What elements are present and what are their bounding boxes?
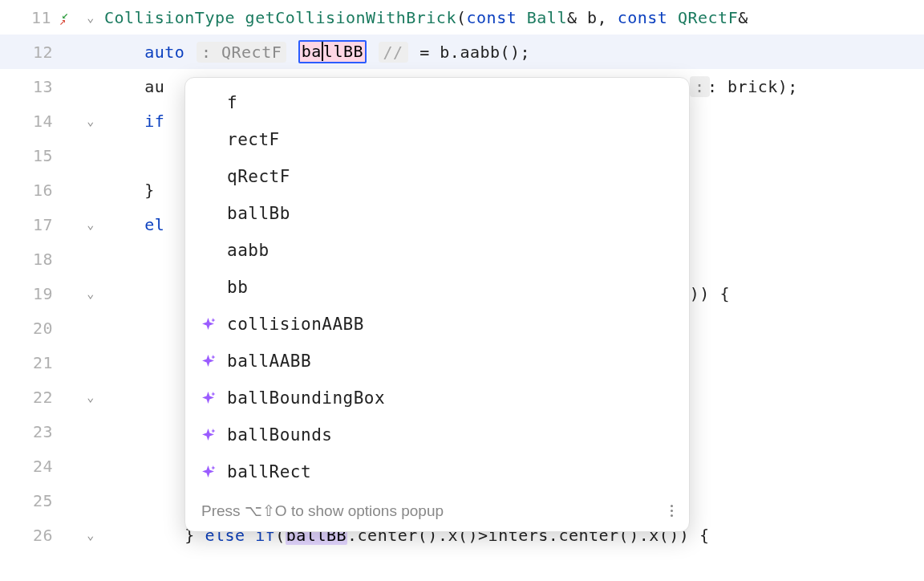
autocomplete-item-label: qRectF <box>227 167 675 186</box>
line-number: 22 <box>21 388 53 407</box>
code-line-current[interactable]: 12 ⌄ auto : QRectF ballBB // = b.aabb(); <box>0 35 924 69</box>
comma: , <box>598 8 618 27</box>
line-number: 13 <box>21 77 53 96</box>
rename-selection[interactable]: ballBB <box>298 40 367 64</box>
autocomplete-item-label: ballBoundingBox <box>227 388 675 408</box>
line-number: 17 <box>21 215 53 234</box>
autocomplete-item[interactable]: f <box>185 84 689 121</box>
more-options-icon[interactable] <box>667 502 676 520</box>
gutter: 17 ⌄ <box>0 215 104 234</box>
code-editor[interactable]: 11 ↙↗ ⌄ CollisionType getCollisionWithBr… <box>0 0 924 581</box>
autocomplete-item-label: ballRect <box>227 462 675 481</box>
ampersand: & <box>738 8 748 27</box>
autocomplete-popup[interactable]: frectFqRectFballBbaabbbbcollisionAABBbal… <box>184 77 690 532</box>
autocomplete-item[interactable]: ballRect <box>185 453 689 490</box>
line-number: 14 <box>21 112 53 131</box>
gutter: 14 ⌄ <box>0 112 104 131</box>
fold-toggle-icon[interactable]: ⌄ <box>83 528 98 542</box>
gutter: 11 ↙↗ ⌄ <box>0 8 104 27</box>
fold-toggle-icon[interactable]: ⌄ <box>83 217 98 232</box>
line-number: 16 <box>21 181 53 200</box>
inlay-hint-trailing: // <box>379 42 408 63</box>
autocomplete-item[interactable]: ballAABB <box>185 343 689 380</box>
autocomplete-item-label: aabb <box>227 241 675 260</box>
code-fragment: au <box>144 77 164 96</box>
text-caret <box>322 42 323 61</box>
line-number: 23 <box>21 422 53 441</box>
autocomplete-item-label: bb <box>227 278 675 297</box>
autocomplete-item[interactable]: collisionAABB <box>185 306 689 343</box>
gutter: 15 ⌄ <box>0 146 104 165</box>
gutter: 19 ⌄ <box>0 284 104 303</box>
ampersand: & <box>567 8 578 27</box>
fold-toggle-icon[interactable]: ⌄ <box>83 286 98 301</box>
inlay-hint-type: : QRectF <box>197 42 286 63</box>
fold-toggle-icon[interactable]: ⌄ <box>83 10 98 25</box>
autocomplete-item[interactable]: aabb <box>185 232 689 269</box>
type-ball: Ball <box>527 8 567 27</box>
fold-toggle-icon[interactable]: ⌄ <box>83 114 98 128</box>
type-qrectf: QRectF <box>678 8 738 27</box>
autocomplete-item-label: collisionAABB <box>227 315 675 334</box>
code-fragment: : brick); <box>707 77 798 96</box>
autocomplete-item-label: rectF <box>227 130 675 149</box>
autocomplete-item[interactable]: rectF <box>185 121 689 158</box>
code-content[interactable]: CollisionType getCollisionWithBrick ( co… <box>104 8 924 27</box>
keyword-auto: auto <box>144 43 184 62</box>
rename-text-post: llBB <box>323 42 363 61</box>
gutter: 26 ⌄ <box>0 526 104 545</box>
keyword-else: el <box>144 215 164 234</box>
gutter: 13 ⌄ <box>0 77 104 96</box>
autocomplete-hint-text: Press ⌥⇧O to show options popup <box>201 502 444 520</box>
keyword-if: if <box>144 112 164 131</box>
line-number: 11 <box>19 8 51 27</box>
line-number: 21 <box>21 353 53 372</box>
keyword-const: const <box>467 8 517 27</box>
autocomplete-item-label: ballAABB <box>227 351 675 371</box>
ai-sparkle-icon <box>200 318 217 331</box>
ai-sparkle-icon <box>200 355 217 368</box>
autocomplete-item[interactable]: bb <box>185 269 689 306</box>
fold-toggle-icon[interactable]: ⌄ <box>83 390 98 404</box>
autocomplete-item-label: ballBb <box>227 204 675 223</box>
paren-open: ( <box>456 8 467 27</box>
inlay-hint: : <box>690 76 710 97</box>
gutter: 18 ⌄ <box>0 250 104 269</box>
line-number: 12 <box>21 43 53 62</box>
gutter: 12 ⌄ <box>0 43 104 62</box>
ai-sparkle-icon <box>200 429 217 441</box>
autocomplete-item-label: ballBounds <box>227 425 675 445</box>
line-number: 20 <box>21 319 53 338</box>
line-number: 18 <box>21 250 53 269</box>
param-b: b <box>587 8 598 27</box>
autocomplete-item[interactable]: ballBounds <box>185 416 689 453</box>
gutter: 16 ⌄ <box>0 181 104 200</box>
line-number: 19 <box>21 284 53 303</box>
return-type: CollisionType <box>104 8 235 27</box>
function-name: getCollisionWithBrick <box>245 8 456 27</box>
comment-marker: // <box>383 43 403 62</box>
autocomplete-item[interactable]: qRectF <box>185 158 689 195</box>
code-line[interactable]: 11 ↙↗ ⌄ CollisionType getCollisionWithBr… <box>0 0 924 35</box>
code-content[interactable]: auto : QRectF ballBB // = b.aabb(); <box>104 40 924 64</box>
line-number: 15 <box>21 146 53 165</box>
code-rest: = b.aabb(); <box>410 43 531 62</box>
autocomplete-item-label: f <box>227 93 675 112</box>
vcs-change-marker-icon[interactable]: ↙↗ <box>59 10 75 26</box>
autocomplete-item[interactable]: ballBoundingBox <box>185 380 689 416</box>
line-number: 25 <box>21 491 53 510</box>
line-number: 26 <box>21 526 53 545</box>
ai-sparkle-icon <box>200 465 217 478</box>
autocomplete-footer: Press ⌥⇧O to show options popup <box>185 494 689 531</box>
line-number: 24 <box>21 457 53 476</box>
autocomplete-item[interactable]: ballBb <box>185 195 689 232</box>
autocomplete-list[interactable]: frectFqRectFballBbaabbbbcollisionAABBbal… <box>185 78 689 494</box>
brace-close: } <box>144 181 155 200</box>
keyword-const: const <box>618 8 668 27</box>
rename-text-pre: ba <box>302 42 322 61</box>
ai-sparkle-icon <box>200 392 217 404</box>
